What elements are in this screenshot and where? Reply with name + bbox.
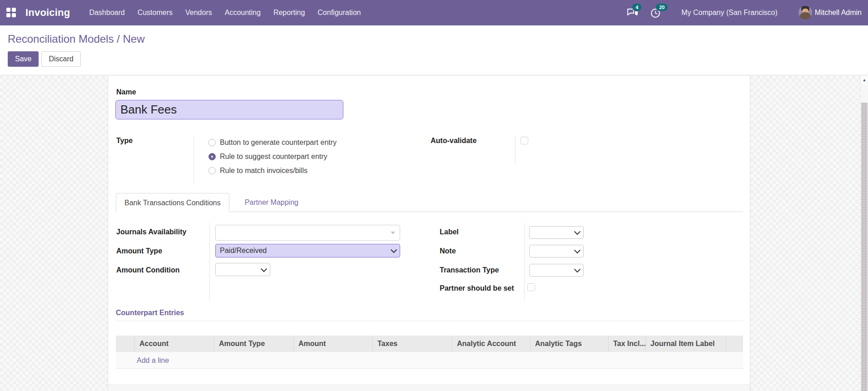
tab-partner-mapping[interactable]: Partner Mapping (237, 193, 307, 212)
vertical-scrollbar[interactable]: ▲ (860, 76, 868, 391)
column-trailing (726, 336, 743, 352)
grid-square (12, 13, 16, 17)
radio-icon-checked[interactable] (208, 153, 216, 160)
main-menu: Dashboard Customers Vendors Accounting R… (83, 0, 367, 25)
messages-badge: 4 (632, 4, 641, 11)
journals-availability-input[interactable] (215, 225, 400, 241)
table-header-row: Account Amount Type Amount Taxes Analyti… (116, 336, 743, 352)
radio-option-generate[interactable]: Button to generate counterpart entry (208, 135, 337, 149)
column-journal-item-label: Journal Item Label (646, 336, 726, 352)
chevron-down-icon (261, 266, 267, 272)
tab-bank-transactions-conditions[interactable]: Bank Transactions Conditions (116, 193, 229, 212)
label-field-label: Label (440, 228, 459, 236)
radio-label: Rule to match invoices/bills (220, 167, 308, 175)
column-amount-type: Amount Type (214, 336, 294, 352)
journals-availability-label: Journals Availability (116, 228, 186, 236)
radio-icon[interactable] (208, 139, 216, 146)
column-tax-included: Tax Incl... (609, 336, 646, 352)
top-navbar: Invoicing Dashboard Customers Vendors Ac… (0, 0, 868, 25)
app-name[interactable]: Invoicing (25, 7, 70, 19)
amount-condition-label: Amount Condition (116, 266, 180, 274)
messages-icon[interactable]: 4 (627, 7, 639, 18)
amount-type-label: Amount Type (116, 247, 162, 255)
add-a-line-link[interactable]: Add a line (116, 352, 169, 369)
control-panel: Reconciliation Models / New Save Discard (0, 25, 868, 75)
name-input[interactable] (115, 100, 343, 119)
label-separator (515, 135, 516, 164)
amount-type-value: Paid/Received (220, 247, 267, 255)
table-add-row: Add a line (116, 352, 743, 369)
save-button[interactable]: Save (8, 51, 39, 67)
note-select[interactable] (529, 245, 584, 257)
radio-label: Rule to suggest counterpart entry (220, 153, 327, 161)
type-field-label: Type (116, 137, 133, 145)
activities-badge: 20 (656, 4, 668, 11)
amount-condition-select[interactable] (215, 263, 270, 276)
scrollbar-thumb[interactable] (861, 103, 868, 391)
discard-button[interactable]: Discard (41, 51, 80, 67)
apps-grid-icon[interactable] (6, 8, 16, 18)
radio-icon[interactable] (208, 167, 216, 174)
menu-item-customers[interactable]: Customers (131, 0, 179, 25)
grid-square (6, 13, 10, 17)
menu-item-reporting[interactable]: Reporting (267, 0, 311, 25)
form-sheet: Name Type Button to generate counterpart… (108, 76, 750, 391)
counterpart-entries-heading: Counterpart Entries (116, 309, 184, 317)
activities-icon[interactable]: 20 (650, 7, 662, 18)
radio-option-suggest[interactable]: Rule to suggest counterpart entry (208, 149, 337, 163)
column-taxes: Taxes (373, 336, 452, 352)
column-analytic-tags: Analytic Tags (531, 336, 609, 352)
counterpart-entries-table: Account Amount Type Amount Taxes Analyti… (116, 336, 743, 369)
partner-should-be-set-label: Partner should be set (440, 284, 514, 292)
column-handle (116, 336, 135, 352)
systray: 4 20 My Company (San Francisco) Mitchell… (627, 6, 862, 20)
label-separator (193, 135, 194, 184)
transaction-type-select[interactable] (529, 264, 584, 277)
chevron-down-icon (574, 228, 580, 235)
breadcrumb[interactable]: Reconciliation Models / New (8, 33, 144, 45)
label-separator (524, 223, 525, 301)
type-radio-group: Button to generate counterpart entry Rul… (208, 135, 337, 178)
label-separator (209, 223, 210, 301)
name-field-label: Name (116, 88, 136, 96)
content-area: Name Type Button to generate counterpart… (0, 76, 868, 391)
company-switcher[interactable]: My Company (San Francisco) (681, 9, 778, 17)
amount-type-select[interactable]: Paid/Received (215, 244, 400, 257)
chevron-down-icon (391, 247, 397, 253)
heading-divider (116, 321, 743, 321)
column-amount: Amount (294, 336, 373, 352)
control-panel-buttons: Save Discard (8, 51, 81, 67)
note-field-label: Note (440, 247, 456, 255)
user-menu[interactable]: Mitchell Admin (799, 6, 862, 20)
grid-square (12, 8, 16, 12)
user-name: Mitchell Admin (815, 9, 862, 17)
menu-item-dashboard[interactable]: Dashboard (83, 0, 131, 25)
chevron-down-icon (574, 247, 580, 253)
grid-square (6, 8, 10, 12)
column-account: Account (135, 336, 214, 352)
menu-item-accounting[interactable]: Accounting (218, 0, 267, 25)
column-analytic-account: Analytic Account (452, 336, 531, 352)
chevron-down-icon (574, 266, 580, 272)
menu-item-configuration[interactable]: Configuration (311, 0, 367, 25)
type-group: Type Button to generate counterpart entr… (116, 135, 743, 186)
dropdown-caret-icon[interactable] (391, 232, 395, 234)
label-select[interactable] (529, 226, 584, 239)
transaction-type-label: Transaction Type (440, 266, 499, 274)
menu-item-vendors[interactable]: Vendors (179, 0, 218, 25)
radio-option-match[interactable]: Rule to match invoices/bills (208, 163, 337, 178)
notebook-tabs: Bank Transactions Conditions Partner Map… (116, 193, 743, 212)
conditions-group: Journals Availability Amount Type Paid/R… (116, 222, 743, 303)
user-avatar (799, 6, 812, 20)
auto-validate-checkbox[interactable] (521, 137, 528, 144)
radio-label: Button to generate counterpart entry (220, 139, 337, 147)
auto-validate-label: Auto-validate (431, 137, 476, 145)
scrollbar-up-arrow-icon[interactable]: ▲ (861, 76, 868, 84)
journals-availability-text-input[interactable] (219, 225, 387, 240)
partner-should-be-set-checkbox[interactable] (527, 283, 535, 291)
sheet-bottom-strip (108, 384, 750, 391)
